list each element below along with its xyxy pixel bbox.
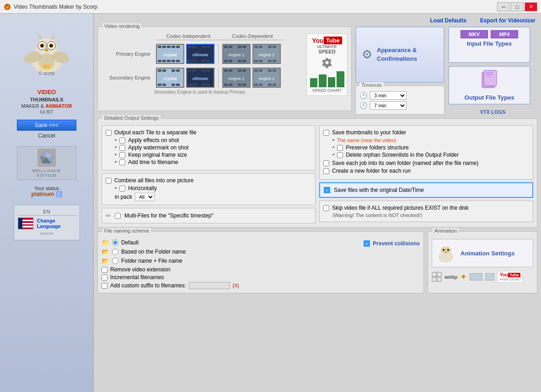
frame-size-checkbox[interactable] [119,152,125,158]
add-time-checkbox[interactable] [119,159,125,165]
horizontally-label: Horizontally [128,185,157,191]
svg-rect-103 [273,69,276,72]
primary-engine1-button[interactable]: engine 1 [222,44,251,64]
title-bar: V Video Thumbnails Maker by Scorp ─ □ ✕ [0,0,541,14]
appearance-button[interactable]: ⚙ Appearance & Confirmations [355,26,445,83]
svg-rect-41 [193,60,196,62]
starburst-icon[interactable]: ✦ [460,272,467,282]
lang-code: EN [18,209,76,216]
minimize-button[interactable]: ─ [497,2,510,11]
file-naming-panel: File naming scheme 📁 Default ✓ Prevent c… [97,231,424,293]
yt-anim-demo-button[interactable]: You Tube ANIM DEMO [497,271,523,283]
save-button[interactable]: Save <<< [17,120,76,131]
youtube-speed-panel: You Tube ULTIMATE SPEED [306,33,348,96]
primary-crystal-button[interactable]: crystal [156,44,184,64]
restore-button[interactable]: □ [511,2,524,11]
svg-rect-32 [171,46,175,48]
skip-checkbox[interactable] [323,205,329,211]
svg-rect-75 [176,84,180,86]
timeout-select-2[interactable]: 7 min 10 min 15 min [370,101,407,110]
svg-rect-80 [188,84,192,86]
svg-rect-92 [238,69,241,72]
animation-settings-label: Animation Settings [461,250,514,257]
load-defaults-button[interactable]: Load Defaults [430,17,466,24]
brilliance-icon [37,148,56,167]
rect-icon-1[interactable] [470,273,482,281]
multifiles-checkbox[interactable] [115,213,121,219]
svg-rect-74 [171,84,175,86]
skip-label: Skip video file if ALL required pictures… [332,205,469,211]
save-job-checkbox[interactable] [323,160,329,166]
pack-select[interactable]: All 2 4 8 [135,193,155,201]
status-info-button[interactable]: i [56,191,62,197]
tile-checkbox[interactable] [106,130,112,136]
animation-settings-button[interactable]: Animation Settings [432,239,533,267]
incremental-label: Incremental filenames [110,274,164,281]
svg-rect-63 [273,46,276,48]
svg-rect-53 [242,46,246,48]
svg-rect-122 [437,272,441,276]
save-thumb-checkbox[interactable] [323,130,329,136]
combine-checkbox[interactable] [106,178,112,184]
same-near-label: The same (near the video) [337,138,396,143]
cancel-button[interactable]: Cancel [17,132,76,139]
svg-rect-48 [224,46,228,48]
delete-orphan-label: Delete orphan Screenlists in the Output … [346,152,459,158]
export-videonizer-button[interactable]: Export for Videonizer [480,17,536,24]
effects-checkbox[interactable] [119,138,125,143]
timeout-select-1[interactable]: 3 min 5 min 10 min [370,91,407,100]
folder-file-radio[interactable] [112,258,118,264]
folder-name-radio[interactable] [112,249,118,255]
save-files-check[interactable]: ✓ [324,187,330,193]
svg-point-10 [41,44,43,47]
custom-suffix-checkbox[interactable] [102,283,107,289]
rect-icon-2[interactable] [485,273,494,281]
brilliance-label2: EDITION [19,173,74,178]
watermark-checkbox[interactable] [119,145,125,151]
incremental-checkbox[interactable] [102,275,107,281]
secondary-engine1-button[interactable]: engine 1 [222,68,251,88]
horizontally-checkbox[interactable] [119,185,125,191]
svg-rect-123 [432,277,436,281]
prevent-collisions-check[interactable]: ✓ [364,240,370,247]
svg-rect-104 [268,84,272,86]
close-button[interactable]: ✕ [525,2,537,11]
svg-rect-38 [188,46,192,48]
default-radio[interactable] [112,239,118,246]
svg-rect-85 [206,84,210,86]
svg-rect-101 [259,84,262,86]
delete-orphan-checkbox[interactable] [337,152,343,158]
svg-rect-51 [229,60,232,62]
create-folder-checkbox[interactable] [323,168,329,174]
preserve-checkbox[interactable] [337,145,343,151]
save-thumbnails-box: Save thumbnails to your folder • The sam… [319,125,533,180]
svg-rect-81 [193,84,196,86]
change-language-button[interactable]: Change Language [37,218,76,229]
clear-suffix-button[interactable]: [X] [233,283,239,288]
secondary-crystal-button[interactable]: crystal [156,68,184,88]
svg-rect-73 [176,69,180,72]
preserve-label: Preserve folders structure [346,144,408,151]
mp4-badge: MP4 [491,30,518,38]
svg-rect-98 [254,69,258,72]
svg-point-119 [448,249,449,251]
svg-rect-39 [193,46,196,48]
secondary-ultimate-button[interactable]: ultimate [186,68,214,88]
watermark-label: Apply watermark on shot [128,144,188,151]
vtx-logs-button[interactable]: VTX LOGS [448,109,537,115]
secondary-engine-label: Secondary Engine [102,75,154,80]
save-thumb-label: Save thumbnails to your folder [332,129,406,136]
owl-icon [24,30,70,73]
remove-ext-checkbox[interactable] [102,267,107,273]
svg-point-11 [50,44,53,47]
in-pack-label: in pack [115,194,132,200]
custom-suffix-input[interactable] [189,282,230,289]
secondary-engine2-button[interactable]: engine 2 [252,68,281,88]
output-file-types-button[interactable]: Output File Types [448,66,530,105]
input-file-types-button[interactable]: MKV MP4 Input File Types [448,26,530,63]
gear-settings-icon[interactable] [321,57,332,69]
codec-independent-label: Codec-Independent [156,33,220,40]
primary-engine2-button[interactable]: engine 2 [252,44,281,64]
svg-rect-65 [273,60,276,62]
primary-ultimate-button[interactable]: ultimate [186,44,214,64]
